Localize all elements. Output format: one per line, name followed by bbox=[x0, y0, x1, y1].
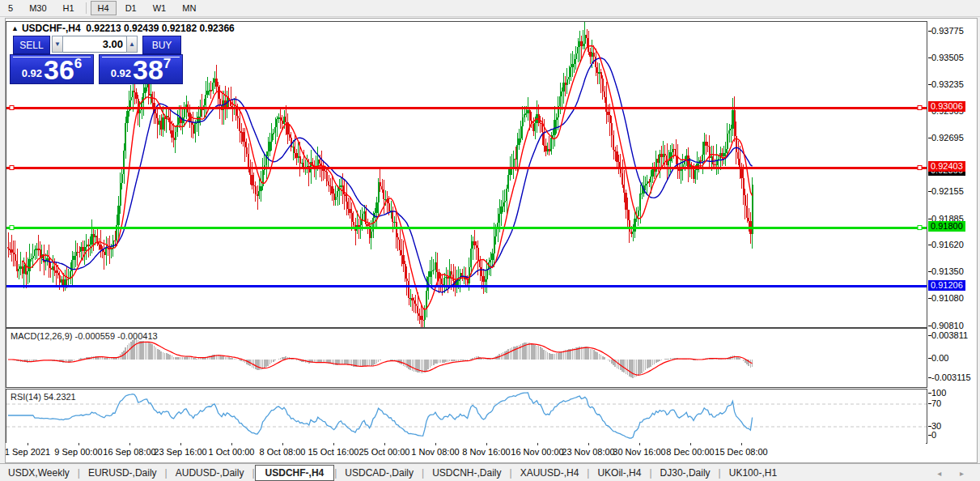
volume-increase-button[interactable]: ▲ bbox=[126, 36, 138, 53]
time-tick-mark bbox=[78, 443, 79, 445]
chart-title: ▲USDCHF-,H4 0.92213 0.92439 0.92182 0.92… bbox=[11, 23, 235, 34]
time-tick-mark bbox=[639, 443, 640, 445]
rsi-line bbox=[8, 393, 753, 438]
chart-tab-eurusd-daily[interactable]: EURUSD-,Daily bbox=[80, 466, 165, 480]
line-anchor[interactable] bbox=[10, 106, 14, 110]
timeframe-button-h4[interactable]: H4 bbox=[91, 1, 117, 15]
sell-price-prefix: 0.92 bbox=[22, 67, 42, 79]
rsi-name: RSI(14) bbox=[11, 392, 41, 402]
time-tick-mark bbox=[588, 443, 589, 445]
axis-tick-mark bbox=[928, 393, 931, 394]
macd-axis-0.00: 0.00 bbox=[931, 353, 948, 364]
axis-tick-mark bbox=[928, 219, 931, 219]
chart-tab-bar: USDX,Weekly|EURUSD-,Daily|AUDUSD-,Daily|… bbox=[0, 463, 980, 481]
axis-tick-mark bbox=[928, 271, 931, 272]
price-tick-0.92155: 0.92155 bbox=[931, 186, 964, 197]
price-tick-0.92695: 0.92695 bbox=[931, 133, 964, 143]
timeframe-button-5[interactable]: 5 bbox=[1, 1, 20, 15]
chart-tab-usdcad-daily[interactable]: USDCAD-,Daily bbox=[337, 466, 422, 480]
buy-button[interactable]: BUY bbox=[142, 36, 181, 54]
buy-price-pip: 7 bbox=[163, 56, 171, 72]
hline-price-label-0.93006[interactable]: 0.93006 bbox=[928, 101, 965, 112]
line-anchor[interactable] bbox=[918, 166, 922, 170]
price-tick-0.91080: 0.91080 bbox=[931, 293, 964, 304]
axis-tick-mark bbox=[928, 245, 931, 245]
rsi-label: RSI(14) 54.2321 bbox=[11, 392, 76, 402]
line-anchor[interactable] bbox=[10, 166, 14, 170]
timeframe-button-m30[interactable]: M30 bbox=[22, 1, 53, 15]
rsi-axis-0: 0 bbox=[931, 430, 936, 441]
price-axis[interactable]: 0.937750.935050.932350.929650.926950.921… bbox=[927, 21, 979, 444]
rsi-pane[interactable] bbox=[6, 389, 927, 444]
axis-tick-mark bbox=[928, 358, 931, 359]
price-tick-0.93775: 0.93775 bbox=[931, 26, 964, 36]
macd-values: -0.000559 -0.000413 bbox=[74, 331, 157, 341]
timeframe-button-mn[interactable]: MN bbox=[175, 1, 203, 15]
axis-tick-mark bbox=[928, 435, 931, 436]
hline-price-label-0.91800[interactable]: 0.91800 bbox=[928, 221, 965, 232]
time-tick-mark bbox=[741, 443, 742, 445]
price-tick-0.93505: 0.93505 bbox=[931, 53, 964, 63]
mt4-window: 5M30H1H4D1W1MN 0.937750.935050.932350.92… bbox=[0, 0, 980, 481]
time-tick-mark bbox=[486, 443, 487, 445]
time-tick-mark bbox=[537, 443, 538, 445]
axis-tick-mark bbox=[928, 138, 931, 138]
hline-price-label-0.91206[interactable]: 0.91206 bbox=[928, 280, 965, 291]
axis-tick-mark bbox=[928, 191, 931, 192]
chart-tab-ukoil-h4[interactable]: UKOil-,H4 bbox=[589, 466, 649, 480]
rsi-axis-100: 100 bbox=[931, 388, 946, 398]
timeframe-button-h1[interactable]: H1 bbox=[56, 1, 82, 15]
time-tick-mark bbox=[690, 443, 691, 445]
volume-input[interactable] bbox=[63, 36, 126, 53]
timeframe-button-w1[interactable]: W1 bbox=[146, 1, 174, 15]
macd-name: MACD(12,26,9) bbox=[11, 331, 72, 341]
chart-tab-usdchf-h4[interactable]: USDCHF-,H4 bbox=[255, 465, 335, 481]
time-label-15-Dec-08-00: 15 Dec 08:00 bbox=[705, 447, 778, 457]
sell-price-display[interactable]: 0.92 36 6 bbox=[10, 54, 94, 84]
hline-price-label-0.92403[interactable]: 0.92403 bbox=[928, 161, 965, 172]
axis-tick-mark bbox=[928, 403, 931, 404]
chart-tab-uk100-h1[interactable]: UK100-,H1 bbox=[721, 466, 785, 480]
tab-scroll-arrows[interactable]: ◂ ▸ bbox=[937, 469, 972, 478]
timeframe-button-d1[interactable]: D1 bbox=[118, 1, 144, 15]
chart-tab-dj30-daily[interactable]: DJ30-,Daily bbox=[652, 466, 719, 480]
chart-tab-audusd-daily[interactable]: AUDUSD-,Daily bbox=[168, 466, 252, 480]
rsi-value: 54.2321 bbox=[44, 392, 76, 402]
fast-ma-line bbox=[23, 46, 753, 310]
macd-axis--0.003115: -0.003115 bbox=[931, 372, 971, 383]
toolbar-separator bbox=[86, 2, 87, 14]
chart-tab-usdx-weekly[interactable]: USDX,Weekly bbox=[0, 466, 78, 480]
axis-tick-mark bbox=[928, 377, 931, 378]
time-tick-mark bbox=[28, 443, 28, 445]
chart-symbol-period: USDCHF-,H4 bbox=[22, 23, 81, 34]
price-tick-0.91350: 0.91350 bbox=[931, 266, 964, 277]
buy-price-display[interactable]: 0.92 38 7 bbox=[99, 54, 183, 84]
sell-button[interactable]: SELL bbox=[13, 36, 50, 54]
macd-histogram bbox=[8, 339, 753, 378]
axis-tick-mark bbox=[928, 335, 931, 336]
line-anchor[interactable] bbox=[918, 226, 922, 230]
time-tick-mark bbox=[435, 443, 436, 445]
buy-price-big: 38 bbox=[133, 57, 163, 82]
line-anchor[interactable] bbox=[918, 106, 922, 110]
chart-tab-usdcnh-daily[interactable]: USDCNH-,Daily bbox=[424, 466, 509, 480]
volume-control: ▼ ▲ bbox=[52, 36, 138, 53]
sell-separator-line bbox=[13, 57, 91, 57]
volume-decrease-button[interactable]: ▼ bbox=[52, 36, 63, 53]
time-tick-mark bbox=[282, 443, 283, 445]
time-tick-mark bbox=[231, 443, 232, 445]
axis-tick-mark bbox=[928, 84, 931, 85]
buy-separator-line bbox=[102, 57, 180, 57]
axis-tick-mark bbox=[928, 426, 931, 427]
one-click-trading-panel: SELL ▼ ▲ BUY 0.92 36 6 0.92 38 7 bbox=[10, 36, 183, 84]
axis-tick-mark bbox=[928, 298, 931, 299]
time-axis[interactable]: 1 Sep 20219 Sep 00:0016 Sep 08:0023 Sep … bbox=[6, 443, 926, 461]
rsi-canvas[interactable] bbox=[6, 389, 927, 443]
line-anchor[interactable] bbox=[10, 226, 14, 230]
chart-tab-xauusd-h4[interactable]: XAUUSD-,H4 bbox=[512, 466, 588, 480]
time-tick-mark bbox=[333, 443, 334, 445]
sell-price-pip: 6 bbox=[74, 56, 82, 72]
rsi-axis-70: 70 bbox=[931, 398, 941, 409]
collapse-triangle-icon: ▲ bbox=[11, 24, 19, 32]
macd-axis-0.003811: 0.003811 bbox=[931, 330, 968, 341]
